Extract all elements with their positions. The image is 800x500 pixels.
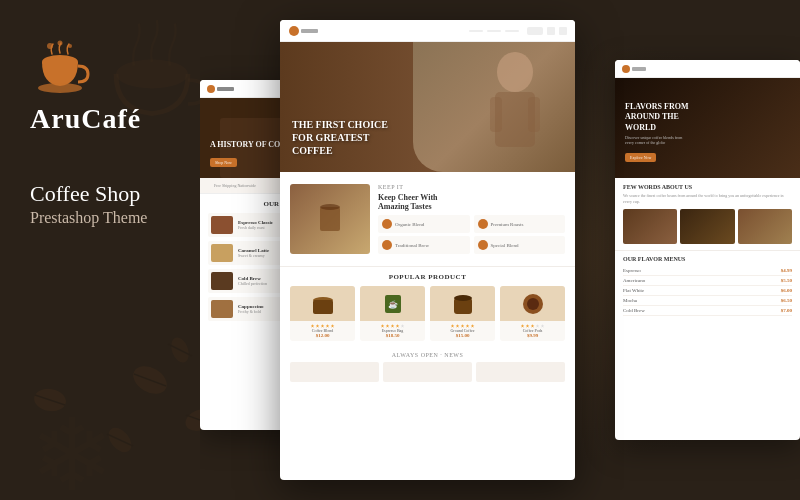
rm-menu-item-price: $6.50 xyxy=(781,298,792,303)
rm-menu-item: Espresso $4.99 xyxy=(623,266,792,276)
rm-about-img-3 xyxy=(738,209,792,244)
cm-product-1-icon xyxy=(309,290,337,318)
svg-rect-21 xyxy=(301,29,318,33)
cm-hero-title: THE FIRST CHOICE FOR GREATEST COFFEE xyxy=(292,118,388,157)
rm-menu-item-name: Flat White xyxy=(623,288,644,293)
cm-features-row: Organic Blend Premium Roasts xyxy=(378,215,565,233)
cm-feature-organic: Organic Blend xyxy=(378,215,470,233)
cm-traditional-icon xyxy=(382,240,392,250)
cm-hero-text: THE FIRST CHOICE FOR GREATEST COFFEE xyxy=(292,118,388,157)
cm-product-1-image xyxy=(290,286,355,321)
tagline-line1: Coffee Shop xyxy=(30,180,147,209)
cm-product-2-info: Espresso Bag $18.50 xyxy=(360,321,425,341)
cm-header xyxy=(280,20,575,42)
svg-point-33 xyxy=(454,295,472,301)
cm-product-1-info: Coffee Blend $12.00 xyxy=(290,321,355,341)
cm-cheer-section: Keep it Keep Cheer With Amazing Tastes O… xyxy=(280,172,575,267)
svg-rect-29 xyxy=(313,300,333,314)
cm-product-3-icon xyxy=(449,290,477,318)
rm-menu-item: Mocha $6.50 xyxy=(623,296,792,306)
cm-section-label: Keep it xyxy=(378,184,565,190)
rm-menu-item-price: $6.00 xyxy=(781,288,792,293)
rm-hero-text: FLAVORS FROM AROUND THE WORLD Discover u… xyxy=(625,102,688,163)
cm-feature-premium: Premium Roasts xyxy=(474,215,566,233)
rm-menu-item: Americano $5.50 xyxy=(623,276,792,286)
cm-feature-special-label: Special Blend xyxy=(491,243,519,248)
cm-product-3: Ground Coffee $15.00 xyxy=(430,286,495,341)
rm-menu-item-name: Cold Brew xyxy=(623,308,645,313)
rm-menu-list: Espresso $4.99 Americano $5.50 Flat Whit… xyxy=(623,266,792,316)
cm-product-4: Coffee Pods $9.99 xyxy=(500,286,565,341)
rm-hero-section: FLAVORS FROM AROUND THE WORLD Discover u… xyxy=(615,78,800,178)
cm-section-heading: Keep Cheer With Amazing Tastes xyxy=(378,193,565,211)
svg-point-17 xyxy=(38,83,82,93)
rm-menu-item-name: Mocha xyxy=(623,298,637,303)
logo-area: AruCafé xyxy=(30,40,141,135)
rm-hero-subtitle: Discover unique coffee blends from every… xyxy=(625,135,688,145)
cm-product-image xyxy=(290,184,370,254)
cm-product-4-image xyxy=(500,286,565,321)
tagline: Coffee Shop Prestashop Theme xyxy=(30,180,147,227)
branding-panel: AruCafé Coffee Shop Prestashop Theme xyxy=(0,0,220,500)
rm-hero-title: FLAVORS FROM AROUND THE WORLD xyxy=(625,102,688,133)
cm-product-2-icon: ☕ xyxy=(379,290,407,318)
rm-about-section: FEW WORDS ABOUT US We source the finest … xyxy=(615,178,800,251)
cm-product-1: Coffee Blend $12.00 xyxy=(290,286,355,341)
cm-product-3-info: Ground Coffee $15.00 xyxy=(430,321,495,341)
rm-about-text: We source the finest coffee beans from a… xyxy=(623,193,792,204)
cm-feature-organic-label: Organic Blend xyxy=(395,222,424,227)
cm-barista-illustration xyxy=(465,47,565,172)
cm-hero-section: THE FIRST CHOICE FOR GREATEST COFFEE xyxy=(280,42,575,172)
svg-rect-25 xyxy=(528,97,540,132)
cm-cheer-text: Keep it Keep Cheer With Amazing Tastes O… xyxy=(378,184,565,254)
cm-product-4-info: Coffee Pods $9.99 xyxy=(500,321,565,341)
rm-about-images xyxy=(623,209,792,244)
rm-about-img-2 xyxy=(680,209,734,244)
mockups-area: A HISTORY OF COFFEE GREATNESS Shop Now F… xyxy=(200,0,800,500)
cm-features-row-2: Traditional Brew Special Blend xyxy=(378,236,565,254)
rm-menus-title: OUR FLAVOR MENUS xyxy=(623,256,792,262)
cm-products-title: POPULAR PRODUCT xyxy=(290,273,565,281)
cm-organic-icon xyxy=(382,219,392,229)
rm-about-img-1 xyxy=(623,209,677,244)
svg-point-36 xyxy=(622,65,630,73)
brand-name: AruCafé xyxy=(30,103,141,135)
cm-news-section: Always Open · News xyxy=(280,347,575,387)
mockup-right: FLAVORS FROM AROUND THE WORLD Discover u… xyxy=(615,60,800,440)
svg-point-35 xyxy=(527,298,539,310)
cm-feature-premium-label: Premium Roasts xyxy=(491,222,524,227)
svg-rect-24 xyxy=(490,97,502,132)
cm-feature-traditional-label: Traditional Brew xyxy=(395,243,429,248)
cm-product-2: ☕ Espresso Bag $18.50 xyxy=(360,286,425,341)
cm-product-4-price: $9.99 xyxy=(503,333,562,338)
cm-product-1-price: $12.00 xyxy=(293,333,352,338)
rm-menu-item: Cold Brew $7.00 xyxy=(623,306,792,316)
rm-logo-icon xyxy=(621,64,646,74)
svg-point-22 xyxy=(497,52,533,92)
cm-feature-special: Special Blend xyxy=(474,236,566,254)
cm-product-2-price: $18.50 xyxy=(363,333,422,338)
svg-rect-37 xyxy=(632,67,646,71)
rm-menu-item: Flat White $6.00 xyxy=(623,286,792,296)
cm-products-grid: Coffee Blend $12.00 ☕ xyxy=(290,286,565,341)
rm-menu-item-price: $4.99 xyxy=(781,268,792,273)
cm-products-section: POPULAR PRODUCT Coffee Blend $ xyxy=(280,267,575,347)
rm-menus-section: OUR FLAVOR MENUS Espresso $4.99 American… xyxy=(615,251,800,321)
rm-cta-button[interactable]: Explore Now xyxy=(625,153,656,162)
cm-news-label: Always Open · News xyxy=(290,352,565,358)
svg-point-27 xyxy=(320,204,340,210)
cm-premium-icon xyxy=(478,219,488,229)
cm-product-4-icon xyxy=(519,290,547,318)
svg-text:☕: ☕ xyxy=(388,299,398,309)
cm-special-icon xyxy=(478,240,488,250)
rm-menu-item-price: $7.00 xyxy=(781,308,792,313)
svg-point-20 xyxy=(289,26,299,36)
cm-logo-icon xyxy=(288,25,318,37)
tagline-line2: Prestashop Theme xyxy=(30,209,147,227)
logo-icon xyxy=(30,40,90,95)
cm-coffee-product-icon xyxy=(310,199,350,239)
rm-header xyxy=(615,60,800,78)
cm-product-3-image xyxy=(430,286,495,321)
cm-feature-traditional: Traditional Brew xyxy=(378,236,470,254)
rm-menu-item-name: Espresso xyxy=(623,268,641,273)
